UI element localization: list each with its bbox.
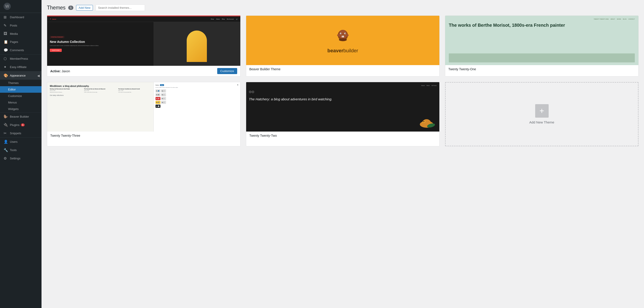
ttw-nav: AboutBirdsAll Posts: [249, 85, 437, 86]
jaxon-nav: ✦Jaxon ShopAboutBlogMy Account🛒: [47, 16, 240, 22]
jaxon-nav-links: ShopAboutBlogMy Account🛒: [211, 19, 238, 20]
beaver-text: beaverbuilder: [328, 48, 358, 54]
theme-card-ttth[interactable]: Mindblown: a blog about philosophy. Nami…: [47, 82, 240, 146]
sidebar-item-memberpress[interactable]: ⬡ MemberPress: [0, 54, 42, 63]
sidebar-item-users[interactable]: 👤 Users: [0, 137, 42, 146]
sidebar-item-beaver-builder[interactable]: 🦫 Beaver Builder: [0, 112, 42, 121]
theme-card-add-new[interactable]: + Add New Theme: [445, 82, 638, 146]
theme-name-ttth: Twenty Twenty-Three: [50, 134, 80, 137]
sidebar-item-label: Posts: [10, 24, 17, 27]
theme-card-tto[interactable]: TWENTY TWENTY-ONE ABOUTWORKBLOGCONTACT T…: [445, 16, 638, 77]
theme-active-label: Active: Jaxon: [50, 69, 70, 73]
page-header: Themes 5 Add New: [47, 5, 638, 11]
svg-rect-8: [343, 36, 344, 38]
sidebar-logo: W: [0, 0, 42, 13]
beaver-builder-icon: 🦫: [4, 115, 8, 119]
theme-count-badge: 5: [68, 6, 74, 10]
tools-icon: 🔧: [4, 148, 8, 152]
theme-card-ttw[interactable]: AboutBirdsAll Posts ◎◎ The Hatchery: a b…: [246, 82, 440, 146]
jaxon-body: STARTING FROM $347 New Autumn Collection…: [47, 22, 240, 66]
page-title: Themes: [47, 5, 66, 11]
sidebar-item-label: Beaver Builder: [10, 115, 29, 118]
sidebar-item-media[interactable]: 🖼 Media: [0, 30, 42, 38]
style-row-1: Aa Aa: [156, 89, 238, 93]
theme-name-tto: Twenty Twenty-One: [448, 67, 476, 71]
dashboard-icon: ⊞: [4, 15, 8, 19]
style-row-2: Aa Aa: [156, 93, 238, 96]
jaxon-logo: ✦Jaxon: [50, 18, 56, 20]
add-new-button[interactable]: Add New: [76, 5, 93, 11]
ttth-post-3: The Human Condition by Hannah Arendt Sep…: [118, 88, 151, 93]
ttw-bird-svg: [416, 113, 437, 129]
wp-logo-icon: W: [4, 3, 11, 10]
sidebar-sub-widgets[interactable]: Widgets: [0, 106, 42, 112]
theme-card-jaxon[interactable]: ✦Jaxon ShopAboutBlogMy Account🛒 STARTING…: [47, 16, 240, 77]
sidebar-item-easy-affiliate[interactable]: ✦ Easy Affiliate: [0, 63, 42, 71]
jaxon-tag: STARTING FROM $347: [50, 36, 64, 38]
style-row-5: Aa: [156, 105, 238, 108]
sidebar-item-posts[interactable]: ✎ Posts: [0, 21, 42, 30]
sidebar-item-label: Dashboard: [10, 16, 24, 19]
sidebar-item-label: Appearance: [10, 74, 26, 77]
chevron-icon: ◀: [37, 74, 40, 78]
theme-footer-tto: Twenty Twenty-One: [445, 65, 638, 73]
sidebar-item-settings[interactable]: ⚙ Settings: [0, 154, 42, 163]
sidebar-item-snippets[interactable]: ✂ Snippets: [0, 129, 42, 137]
jaxon-left: STARTING FROM $347 New Autumn Collection…: [47, 22, 154, 66]
themes-grid: ✦Jaxon ShopAboutBlogMy Account🛒 STARTING…: [47, 16, 638, 146]
appearance-icon: 🎨: [4, 73, 8, 78]
comments-icon: 💬: [4, 48, 8, 52]
svg-rect-7: [342, 36, 343, 38]
theme-thumbnail-jaxon: ✦Jaxon ShopAboutBlogMy Account🛒 STARTING…: [47, 16, 240, 66]
sidebar-item-label: Pages: [10, 40, 18, 44]
ttth-post-2: The Second Sex by Simone de Beauvoir Sep…: [84, 88, 117, 93]
sidebar-nav: ⊞ Dashboard ✎ Posts 🖼 Media 📋 Pages 💬 Co…: [0, 13, 42, 163]
sidebar-sub-customize[interactable]: Customize: [0, 93, 42, 99]
jaxon-figure: [187, 31, 207, 62]
style-row-3: Aa Aa: [156, 97, 238, 100]
sidebar-item-label: Comments: [10, 49, 24, 52]
sidebar-item-dashboard[interactable]: ⊞ Dashboard: [0, 13, 42, 21]
customize-button[interactable]: Customize: [217, 68, 237, 74]
sidebar-item-label: MemberPress: [10, 57, 28, 60]
svg-point-16: [424, 121, 424, 122]
tto-heading: The works of Berthe Morisot, 1800s-era F…: [449, 23, 635, 28]
plugins-badge: 1: [21, 123, 25, 126]
sidebar-item-appearance[interactable]: 🎨 Appearance ◀: [0, 71, 42, 80]
sidebar-sub-themes[interactable]: Themes: [0, 80, 42, 86]
tto-nav: TWENTY TWENTY-ONE ABOUTWORKBLOGCONTACT: [449, 19, 635, 20]
media-icon: 🖼: [4, 32, 8, 36]
ttth-mini-heading: Mindblown: a blog about philosophy.: [50, 85, 151, 87]
theme-card-beaver[interactable]: beaverbuilder Beaver Builder Theme: [246, 16, 440, 77]
sidebar-sub-editor[interactable]: Editor: [0, 86, 42, 93]
beaver-logo-area: beaverbuilder: [328, 27, 358, 54]
easy-affiliate-icon: ✦: [4, 65, 8, 69]
theme-footer-ttw: Twenty Twenty-Two: [246, 132, 439, 140]
appearance-submenu: Themes Editor Customize Menus Widgets: [0, 80, 42, 112]
memberpress-icon: ⬡: [4, 57, 8, 61]
svg-point-5: [345, 33, 345, 34]
beaver-svg-icon: [334, 27, 352, 45]
svg-point-9: [337, 34, 340, 36]
theme-footer-beaver: Beaver Builder Theme: [246, 65, 439, 73]
ttth-post-list: Naming and Necessity by Saul Kripke Sept…: [50, 88, 151, 93]
svg-point-11: [339, 38, 347, 41]
sidebar-item-pages[interactable]: 📋 Pages: [0, 38, 42, 46]
theme-thumbnail-ttth: Mindblown: a blog about philosophy. Nami…: [47, 82, 240, 132]
settings-icon: ⚙: [4, 156, 8, 161]
add-theme-area[interactable]: + Add New Theme: [445, 82, 638, 146]
pages-icon: 📋: [4, 40, 8, 44]
sidebar-item-plugins[interactable]: 🔌 Plugins 1: [0, 121, 42, 129]
ttth-post-1: Naming and Necessity by Saul Kripke Sept…: [50, 88, 82, 93]
sidebar-item-label: Snippets: [10, 132, 21, 135]
svg-point-10: [345, 34, 348, 36]
sidebar-item-label: Settings: [10, 157, 20, 160]
sidebar-item-label: Media: [10, 32, 18, 36]
sidebar-item-comments[interactable]: 💬 Comments: [0, 46, 42, 54]
jaxon-heading: New Autumn Collection: [50, 40, 151, 44]
sidebar-item-label: Plugins: [10, 123, 20, 127]
sidebar-item-tools[interactable]: 🔧 Tools: [0, 146, 42, 154]
ttth-sidebar: Styles Beta ✕ Choose a different style c…: [154, 82, 240, 132]
search-input[interactable]: [96, 5, 145, 11]
sidebar-sub-menus[interactable]: Menus: [0, 99, 42, 106]
